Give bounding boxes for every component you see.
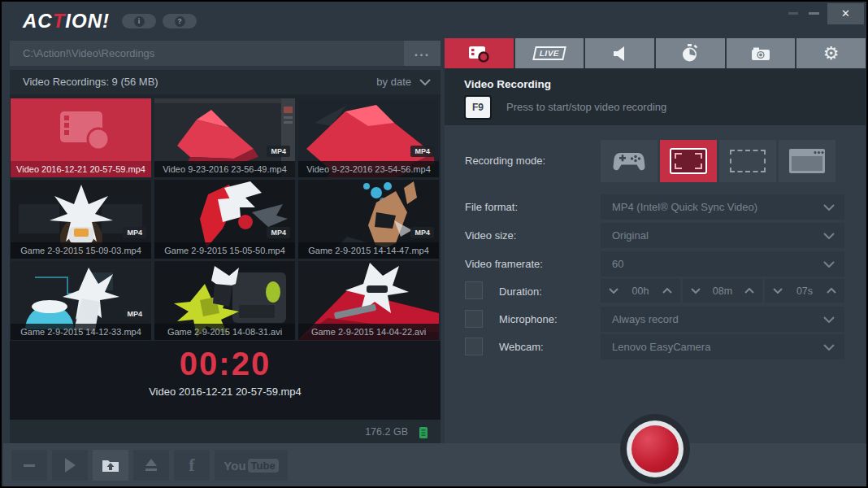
microphone-checkbox[interactable] xyxy=(465,310,483,328)
export-button[interactable] xyxy=(133,450,169,481)
fullscreen-mode-button[interactable] xyxy=(660,140,717,182)
chevron-up-icon[interactable] xyxy=(827,288,836,294)
info-icon: i xyxy=(134,16,145,27)
video-thumbnail[interactable]: MP4 Game 2-9-2015 14-12-33.mp4 xyxy=(11,261,151,340)
video-filename: Game 2-9-2015 14-12-33.mp4 xyxy=(11,324,151,340)
format-badge: MP4 xyxy=(410,146,434,157)
tab-video-recording[interactable] xyxy=(445,38,514,68)
open-folder-button[interactable] xyxy=(93,450,128,481)
facebook-icon: f xyxy=(189,455,194,476)
help-icon: ? xyxy=(175,16,185,27)
disk-icon xyxy=(419,427,427,438)
chevron-up-icon[interactable] xyxy=(662,288,672,294)
webcam-label: Webcam: xyxy=(499,341,544,353)
format-badge: MP4 xyxy=(410,227,434,238)
video-thumbnail-selected[interactable]: Video 2016-12-21 20-57-59.mp4 xyxy=(11,98,151,177)
chevron-down-icon xyxy=(823,316,835,323)
video-thumbnail[interactable]: MP4 Video 9-23-2016 23-54-56.mp4 xyxy=(298,98,439,177)
video-size-dropdown[interactable]: Original xyxy=(601,223,844,248)
speaker-icon xyxy=(612,46,628,61)
region-mode-button[interactable] xyxy=(719,140,776,182)
duration-spinners: 00h 08m 07s xyxy=(601,279,844,303)
webcam-dropdown[interactable]: Lenovo EasyCamera xyxy=(601,334,844,359)
file-format-label: File format: xyxy=(465,201,518,213)
tab-settings[interactable]: ⚙ xyxy=(796,38,866,68)
video-thumbnail[interactable]: MP4 Video 9-23-2016 23-56-49.mp4 xyxy=(154,98,295,177)
delete-button[interactable] xyxy=(11,450,47,481)
upload-icon xyxy=(145,459,158,473)
tab-screenshot[interactable] xyxy=(727,38,796,68)
fullscreen-icon xyxy=(670,148,707,174)
chevron-down-icon[interactable] xyxy=(691,288,701,294)
chevron-down-icon xyxy=(823,261,835,268)
video-filename: Game 2-9-2015 14-14-47.mp4 xyxy=(298,242,439,259)
tab-benchmark[interactable] xyxy=(656,38,725,68)
record-button[interactable] xyxy=(620,414,690,484)
video-framerate-dropdown[interactable]: 60 xyxy=(601,251,844,277)
close-button[interactable]: ✕ xyxy=(827,3,864,24)
recording-settings-form: Recording mode: xyxy=(445,125,866,443)
chevron-down-icon[interactable] xyxy=(419,79,431,85)
chevron-down-icon xyxy=(823,233,835,239)
info-button[interactable]: i xyxy=(122,14,156,28)
sort-by-dropdown[interactable]: by date xyxy=(376,70,411,94)
storage-bar: 176.2 GB xyxy=(10,420,441,445)
recordings-path: C:\Action!\Video\Recordings xyxy=(23,41,154,66)
duration-checkbox[interactable] xyxy=(465,281,483,299)
help-button[interactable]: ? xyxy=(163,14,197,28)
video-filename: Game 2-9-2015 15-05-50.mp4 xyxy=(154,242,295,259)
hotkey-hint: Press to start/stop video recording xyxy=(506,95,666,120)
tab-audio-recording[interactable] xyxy=(585,38,654,68)
file-format-dropdown[interactable]: MP4 (Intel® Quick Sync Video) xyxy=(601,194,844,220)
close-icon: ✕ xyxy=(841,7,850,20)
record-icon xyxy=(631,425,679,473)
video-filename: Video 9-23-2016 23-54-56.mp4 xyxy=(298,161,439,177)
format-badge: MP4 xyxy=(267,227,290,238)
chevron-down-icon[interactable] xyxy=(609,288,618,294)
video-thumbnail[interactable]: MP4 Game 2-9-2015 15-05-50.mp4 xyxy=(154,180,295,259)
panel-header: Video Recording F9 Press to start/stop v… xyxy=(445,68,866,125)
preview-filename: Video 2016-12-21 20-57-59.mp4 xyxy=(10,386,441,398)
video-filename: Game 2-9-2015 14-04-22.avi xyxy=(298,324,439,340)
youtube-button[interactable]: You Tube xyxy=(215,450,288,481)
action-app-window: ACTION! i ? ✕ C:\Action!\Video\Recording… xyxy=(0,0,868,488)
media-toolbar: f You Tube xyxy=(11,450,288,481)
duration-seconds-stepper[interactable]: 07s xyxy=(765,279,844,303)
region-icon xyxy=(730,150,766,172)
microphone-dropdown[interactable]: Always record xyxy=(601,307,844,332)
duration-minutes-stepper[interactable]: 08m xyxy=(683,279,762,303)
video-thumbnail[interactable]: MP4 Game 2-9-2015 14-14-47.mp4 xyxy=(298,180,439,259)
microphone-label: Microphone: xyxy=(499,313,558,325)
video-thumbnail[interactable]: MP4 Game 2-9-2015 15-09-03.mp4 xyxy=(11,180,151,259)
chevron-up-icon[interactable] xyxy=(744,288,754,294)
video-filename: Video 9-23-2016 23-56-49.mp4 xyxy=(154,161,295,177)
minimize-icon[interactable] xyxy=(809,12,819,15)
format-badge: MP4 xyxy=(267,146,290,157)
path-bar: C:\Action!\Video\Recordings ... xyxy=(10,41,441,66)
minus-icon xyxy=(24,464,35,467)
camera-icon xyxy=(751,46,770,61)
duration-hours-stepper[interactable]: 00h xyxy=(601,279,680,303)
app-logo: ACTION! xyxy=(23,10,110,33)
free-space-label: 176.2 GB xyxy=(365,420,408,445)
browse-button[interactable]: ... xyxy=(404,41,441,66)
tab-live-streaming[interactable]: LIVE xyxy=(515,38,584,68)
video-filename: Video 2016-12-21 20-57-59.mp4 xyxy=(11,161,151,177)
window-mode-button[interactable] xyxy=(779,140,835,182)
video-thumbnail[interactable]: Game 2-9-2015 14-08-31.avi xyxy=(154,261,295,340)
live-icon: LIVE xyxy=(532,46,566,60)
play-button[interactable] xyxy=(52,450,88,481)
facebook-button[interactable]: f xyxy=(174,450,210,481)
chevron-down-icon xyxy=(823,204,835,211)
video-size-label: Video size: xyxy=(465,229,516,242)
games-mode-button[interactable] xyxy=(601,140,658,182)
folder-up-icon xyxy=(102,458,119,473)
video-thumbnail[interactable]: Game 2-9-2015 14-04-22.avi xyxy=(298,261,439,340)
gamepad-icon xyxy=(612,150,646,172)
webcam-checkbox[interactable] xyxy=(465,338,483,355)
panel-title: Video Recording xyxy=(464,78,551,90)
hotkey-badge: F9 xyxy=(464,95,492,120)
chevron-down-icon[interactable] xyxy=(773,288,783,294)
minimize-to-tray-icon[interactable] xyxy=(788,12,798,15)
play-icon xyxy=(64,458,76,473)
